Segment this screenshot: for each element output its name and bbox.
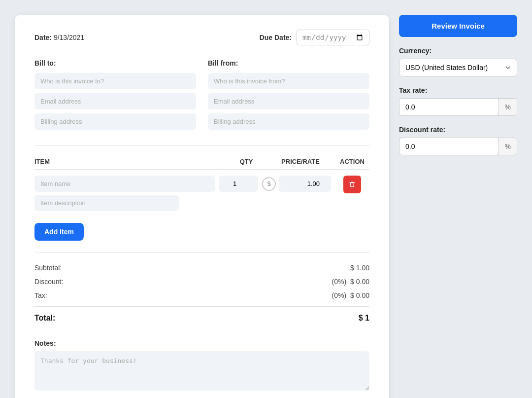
due-date-input[interactable]	[297, 30, 369, 45]
bill-to-email-input[interactable]	[34, 93, 196, 109]
total-label: Total:	[34, 314, 55, 323]
qty-cell	[219, 176, 258, 192]
table-row: $	[34, 176, 369, 211]
item-inputs	[34, 176, 215, 211]
bill-from-col: Bill from:	[208, 59, 369, 130]
notes-label: Notes:	[34, 339, 369, 347]
subtotal-value: $ 1.00	[350, 264, 369, 272]
bill-from-name-input[interactable]	[208, 73, 369, 89]
discount-pct: (0%)	[332, 278, 347, 286]
currency-select[interactable]: USD (United States Dollar) EUR (Euro) GB…	[399, 59, 517, 76]
tax-pct: (0%)	[332, 291, 347, 299]
items-table-header: ITEM QTY PRICE/RATE ACTION	[34, 154, 369, 170]
bill-from-label: Bill from:	[208, 59, 369, 67]
tax-label: Tax:	[34, 291, 47, 299]
tax-rate-label: Tax rate:	[399, 86, 517, 94]
date-label: Date:	[34, 34, 52, 41]
header-row: Date: 9/13/2021 Due Date:	[34, 30, 369, 45]
review-invoice-button[interactable]: Review Invoice	[399, 15, 517, 37]
date-display: Date: 9/13/2021	[34, 34, 84, 41]
dollar-icon: $	[262, 177, 276, 191]
item-name-input[interactable]	[34, 176, 215, 192]
tax-rate-section: Tax rate: %	[399, 86, 517, 116]
totals-section: Subtotal: $ 1.00 Discount: (0%) $ 0.00 T…	[34, 253, 369, 326]
tax-value: (0%) $ 0.00	[332, 291, 369, 299]
discount-row: Discount: (0%) $ 0.00	[34, 275, 369, 289]
add-item-button[interactable]: Add Item	[34, 223, 84, 241]
delete-item-button[interactable]	[343, 176, 361, 193]
sidebar: Review Invoice Currency: USD (United Sta…	[399, 15, 517, 398]
divider-1	[34, 145, 369, 146]
subtotal-row: Subtotal: $ 1.00	[34, 261, 369, 275]
discount-rate-input[interactable]	[399, 138, 499, 155]
notes-section: Notes:	[34, 339, 369, 392]
currency-label: Currency:	[399, 47, 517, 55]
price-input[interactable]	[279, 176, 331, 192]
col-action-header: ACTION	[335, 158, 369, 165]
item-desc-input[interactable]	[34, 195, 179, 211]
tax-rate-input-group: %	[399, 98, 517, 116]
trash-icon	[349, 181, 356, 188]
qty-input[interactable]	[219, 176, 258, 192]
tax-row: Tax: (0%) $ 0.00	[34, 289, 369, 302]
col-qty-header: QTY	[227, 158, 266, 165]
tax-rate-symbol: %	[499, 99, 517, 115]
discount-amount: $ 0.00	[350, 278, 369, 286]
col-price-header: PRICE/RATE	[266, 158, 335, 165]
bill-to-col: Bill to:	[34, 59, 196, 130]
bill-to-label: Bill to:	[34, 59, 196, 67]
due-date-group: Due Date:	[260, 30, 369, 45]
action-cell	[335, 176, 369, 193]
subtotal-label: Subtotal:	[34, 264, 62, 272]
currency-section: Currency: USD (United States Dollar) EUR…	[399, 47, 517, 76]
total-value: $ 1	[359, 314, 369, 323]
bill-to-address-input[interactable]	[34, 113, 196, 130]
discount-rate-label: Discount rate:	[399, 126, 517, 134]
bill-to-name-input[interactable]	[34, 73, 196, 89]
discount-value: (0%) $ 0.00	[332, 278, 369, 286]
main-card: Date: 9/13/2021 Due Date: Bill to: Bill …	[15, 15, 389, 398]
discount-label: Discount:	[34, 278, 63, 286]
total-row: Total: $ 1	[34, 306, 369, 326]
discount-rate-input-group: %	[399, 138, 517, 155]
notes-textarea[interactable]	[34, 351, 369, 391]
bill-from-email-input[interactable]	[208, 93, 369, 109]
date-value: 9/13/2021	[54, 34, 84, 41]
col-item-header: ITEM	[34, 158, 227, 165]
bill-from-address-input[interactable]	[208, 113, 369, 130]
discount-rate-symbol: %	[499, 138, 517, 155]
tax-rate-input[interactable]	[399, 99, 499, 115]
bill-section: Bill to: Bill from:	[34, 59, 369, 130]
tax-amount: $ 0.00	[350, 291, 369, 299]
discount-rate-section: Discount rate: %	[399, 126, 517, 155]
due-date-label: Due Date:	[260, 34, 292, 41]
price-cell: $	[262, 176, 331, 192]
